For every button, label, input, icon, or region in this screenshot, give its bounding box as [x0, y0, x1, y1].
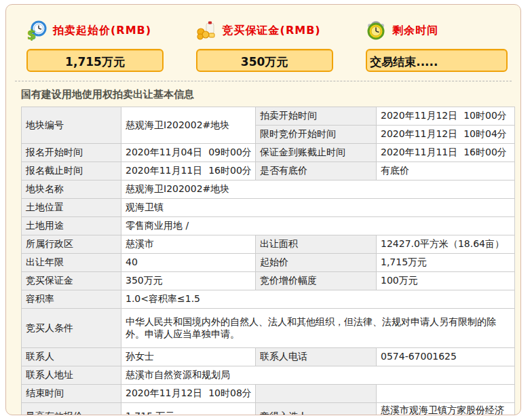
field-value: 有底价 [377, 162, 515, 180]
field-value: 350万元 [121, 272, 256, 290]
stat-deposit-header: 竞买保证金(RMB) [196, 18, 366, 43]
field-value: 零售商业用地 / [121, 217, 515, 235]
table-row: 容积率 1.0<容积率≤1.5 [22, 290, 515, 309]
field-label: 报名截止时间 [22, 162, 121, 180]
field-label: 是否有底价 [256, 162, 377, 180]
field-label: 拍卖开始时间 [256, 107, 377, 126]
stat-deposit-label: 竞买保证金(RMB) [223, 24, 321, 38]
field-value: 中华人民共和国境内外的自然人、法人和其他组织，但法律、法规对申请人另有限制的除外… [121, 309, 515, 348]
field-label: 报名开始时间 [22, 144, 121, 162]
field-value: 慈观海卫I202002#地块 [121, 107, 256, 144]
field-label: 地块名称 [22, 180, 121, 199]
table-row: 最高有效报价 1,715 万元 竞得入选人 慈溪市观海卫镇方家股份经济合作社 [22, 403, 515, 416]
field-label: 出让面积 [256, 235, 377, 254]
alarm-clock-icon [366, 20, 386, 41]
field-value: 2020年11月12日 10时08分 [121, 385, 256, 403]
field-label: 竞买人条件 [22, 309, 121, 348]
field-value: 0574-67001625 [377, 348, 515, 366]
field-label: 出让年限 [22, 254, 121, 272]
money-clock-icon: $ [26, 20, 47, 41]
table-row: 竞买人条件 中华人民共和国境内外的自然人、法人和其他组织，但法律、法规对申请人另… [22, 309, 515, 348]
field-value: 1,715 万元 [121, 403, 256, 416]
auction-detail-panel: $ 拍卖起始价(RMB) 1,715万元 [5, 4, 521, 415]
table-row: 所属行政区 慈溪市 出让面积 12427.0平方米（18.64亩） [22, 235, 515, 254]
field-label: 所属行政区 [22, 235, 121, 254]
field-value: 观海卫镇 [121, 199, 515, 217]
field-label: 最高有效报价 [22, 403, 121, 416]
table-row: 报名开始时间 2020年11月04日 09时00分 保证金到账截止时间 2020… [22, 144, 515, 162]
table-row: 地块编号 慈观海卫I202002#地块 拍卖开始时间 2020年11月12日 1… [22, 107, 515, 126]
field-label: 土地位置 [22, 199, 121, 217]
field-value: 2020年11月12日 10时04分 [377, 126, 515, 144]
field-label: 结束时间 [22, 385, 121, 403]
stat-start-price: $ 拍卖起始价(RMB) 1,715万元 [26, 18, 196, 72]
field-value: 100万元 [377, 272, 515, 290]
stat-start-price-header: $ 拍卖起始价(RMB) [26, 18, 196, 43]
table-row: 联系人 孙女士 联系人电话 0574-67001625 [22, 348, 515, 366]
stat-time-left-value: 交易结束..... [366, 49, 508, 72]
field-value: 2020年11月12日 10时00分 [377, 107, 515, 126]
field-value: 2020年11月11日 16时00分 [377, 144, 515, 162]
field-label: 起始价 [256, 254, 377, 272]
table-row: 联系人地址 慈溪市自然资源和规划局 [22, 366, 515, 385]
stat-time-left: 剩余时间 交易结束..... [366, 18, 520, 72]
field-value: 1,715万元 [377, 254, 515, 272]
stat-deposit-value: 350万元 [196, 49, 333, 72]
field-value: 40 [121, 254, 256, 272]
field-label: 容积率 [22, 290, 121, 309]
table-row: 竞买保证金 350万元 竞价增价幅度 100万元 [22, 272, 515, 290]
field-label: 保证金到账截止时间 [256, 144, 377, 162]
field-value: 2020年11月11日 16时00分 [121, 162, 256, 180]
stat-start-price-value: 1,715万元 [26, 49, 164, 72]
field-value: 2020年11月04日 09时00分 [121, 144, 256, 162]
field-value: 慈溪市观海卫镇方家股份经济合作社 [377, 403, 515, 416]
field-label [256, 385, 377, 403]
table-row: 出让年限 40 起始价 1,715万元 [22, 254, 515, 272]
table-row: 地块名称 慈观海卫I202002#地块 [22, 180, 515, 199]
stat-time-left-label: 剩余时间 [392, 24, 438, 38]
field-label: 限时竞价开始时间 [256, 126, 377, 144]
field-label: 联系人 [22, 348, 121, 366]
field-value: 慈观海卫I202002#地块 [121, 180, 515, 199]
field-value [377, 385, 515, 403]
field-label: 土地用途 [22, 217, 121, 235]
table-row: 土地用途 零售商业用地 / [22, 217, 515, 235]
svg-text:$: $ [27, 27, 36, 41]
field-value: 孙女士 [121, 348, 256, 366]
field-label: 竞得入选人 [256, 403, 377, 416]
dashed-divider [15, 81, 512, 81]
field-label: 竞价增价幅度 [256, 272, 377, 290]
field-value: 12427.0平方米（18.64亩） [377, 235, 515, 254]
field-label: 联系人电话 [256, 348, 377, 366]
auction-stats-row: $ 拍卖起始价(RMB) 1,715万元 [6, 5, 520, 72]
field-value: 慈溪市自然资源和规划局 [121, 366, 515, 385]
field-label: 联系人地址 [22, 366, 121, 385]
table-row: 土地位置 观海卫镇 [22, 199, 515, 217]
field-value: 1.0<容积率≤1.5 [121, 290, 515, 309]
stat-time-left-header: 剩余时间 [366, 18, 520, 43]
stat-deposit: 竞买保证金(RMB) 350万元 [196, 18, 366, 72]
table-row: 结束时间 2020年11月12日 10时08分 [22, 385, 515, 403]
field-label: 竞买保证金 [22, 272, 121, 290]
land-info-table: 地块编号 慈观海卫I202002#地块 拍卖开始时间 2020年11月12日 1… [21, 107, 515, 415]
table-row: 报名截止时间 2020年11月11日 16时00分 是否有底价 有底价 [22, 162, 515, 180]
field-value: 慈溪市 [121, 235, 256, 254]
section-title: 国有建设用地使用权拍卖出让基本信息 [21, 88, 520, 101]
field-label: 地块编号 [22, 107, 121, 144]
coins-icon [196, 20, 216, 41]
stat-start-price-label: 拍卖起始价(RMB) [53, 24, 151, 38]
